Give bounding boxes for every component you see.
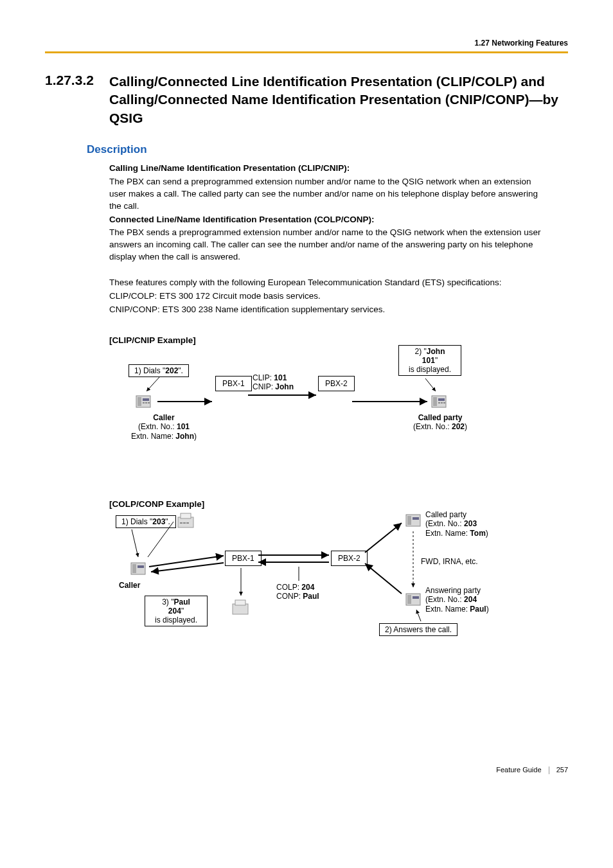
step3-box: 3) "Paul 204" is displayed.: [145, 596, 208, 626]
footer-separator: [549, 766, 549, 774]
colp-title: Connected Line/Name Identification Prese…: [109, 214, 546, 226]
section-number: 1.27.3.2: [45, 73, 109, 88]
answering-label: Answering party (Extn. No.: 204 Extn. Na…: [425, 586, 515, 614]
description-body: Calling Line/Name Identification Present…: [109, 163, 546, 316]
spec2: CNIP/CONP: ETS 300 238 Name identificati…: [109, 304, 546, 316]
called-party-label-2: Called party (Extn. No.: 203 Extn. Name:…: [425, 510, 515, 538]
example2-heading: [COLP/CONP Example]: [109, 499, 568, 509]
compliance-text: These features comply with the following…: [109, 277, 546, 289]
spec1: CLIP/COLP: ETS 300 172 Circuit mode basi…: [109, 290, 546, 303]
fwd-label: FWD, IRNA, etc.: [421, 557, 478, 566]
breadcrumb: 1.27 Networking Features: [475, 39, 568, 48]
caller-label-2: Caller: [119, 581, 157, 590]
example1-heading: [CLIP/CNIP Example]: [109, 335, 568, 345]
step2-box-2: 2) Answers the call.: [379, 623, 458, 636]
footer-guide: Feature Guide: [496, 766, 541, 774]
svg-line-34: [149, 556, 224, 567]
page-footer: Feature Guide 257: [45, 766, 568, 774]
section-heading-row: 1.27.3.2 Calling/Connected Line Identifi…: [45, 73, 568, 127]
svg-line-43: [416, 610, 421, 621]
called-label: Called party (Extn. No.: 202): [398, 413, 482, 432]
svg-line-39: [365, 563, 402, 594]
colp-text: The PBX sends a preprogrammed extension …: [109, 227, 546, 263]
clip-cnip-diagram: 1) Dials "202". 2) "John 101" is display…: [109, 351, 568, 480]
svg-line-44: [148, 522, 173, 557]
svg-line-16: [425, 378, 436, 391]
description-heading: Description: [87, 143, 568, 156]
svg-line-33: [132, 529, 138, 557]
colp-conp-diagram: 1) Dials "203". PBX-1 PBX-2 COLP: 204 CO…: [109, 515, 568, 663]
caller-label: Caller (Extn. No.: 101 Extn. Name: John): [122, 413, 206, 441]
svg-line-38: [365, 523, 402, 553]
page-header: 1.27 Networking Features: [45, 39, 568, 53]
section-title: Calling/Connected Line Identification Pr…: [109, 73, 568, 127]
clip-text: The PBX can send a preprogrammed extensi…: [109, 176, 546, 213]
clip-title: Calling Line/Name Identification Present…: [109, 163, 546, 175]
footer-page: 257: [556, 766, 568, 774]
svg-line-12: [147, 377, 159, 391]
